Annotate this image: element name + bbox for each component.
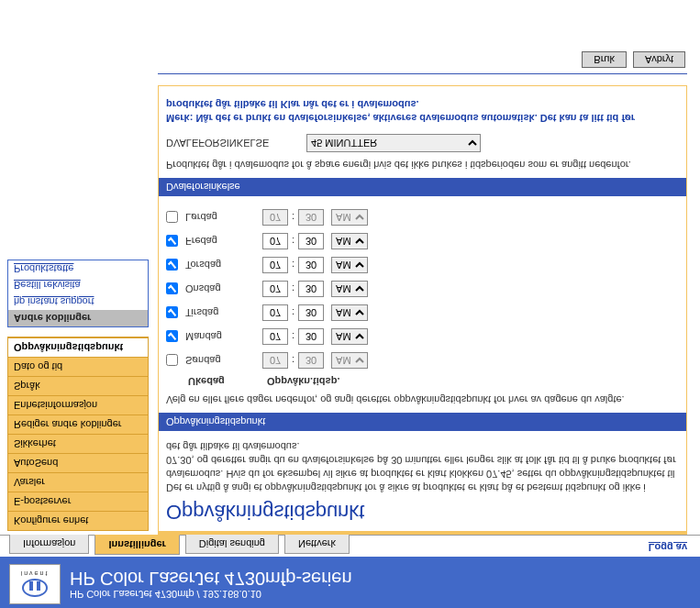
day-label: Tirsdag — [185, 307, 262, 318]
day-checkbox[interactable] — [166, 259, 178, 271]
day-checkbox[interactable] — [166, 235, 178, 247]
wake-ampm-select[interactable]: AM — [331, 304, 368, 321]
nav-email-server[interactable]: E-postserver — [8, 492, 148, 511]
wake-hour-input[interactable] — [262, 281, 288, 297]
link-order-supplies[interactable]: Bestill rekvisita — [8, 277, 148, 293]
divider — [158, 73, 687, 74]
day-label: Søndag — [185, 355, 262, 366]
schedule-table: Ukedag Oppvåkn.tidsp. Søndag:AMMandag:AM… — [166, 207, 679, 387]
day-label: Torsdag — [185, 260, 262, 271]
day-label: Fredag — [185, 236, 262, 247]
wake-ampm-select[interactable]: AM — [331, 209, 368, 226]
wake-minute-input[interactable] — [298, 304, 324, 321]
day-checkbox[interactable] — [166, 306, 178, 318]
page-title: Oppvåkningstidspunkt — [159, 494, 686, 531]
device-title: HP Color LaserJet 4730mfp-serien — [70, 569, 691, 590]
wake-minute-input[interactable] — [298, 281, 324, 297]
tab-network[interactable]: Nettverk — [284, 535, 350, 554]
cancel-button[interactable]: Avbryt — [633, 51, 685, 68]
logoff-link[interactable]: Logg av — [649, 542, 687, 553]
wake-hour-input[interactable] — [262, 209, 288, 226]
nav-date-time[interactable]: Dato og tid — [8, 357, 148, 376]
nav-language[interactable]: Språk — [8, 376, 148, 395]
day-checkbox[interactable] — [166, 354, 178, 366]
hp-logo: invent — [9, 564, 61, 604]
nav-configure-device[interactable]: Konfigurer enhet — [8, 511, 148, 530]
schedule-row: Tirsdag:AM — [166, 303, 679, 323]
day-label: Onsdag — [185, 283, 262, 294]
tab-information[interactable]: Informasjon — [9, 535, 89, 554]
content-area: Oppvåkningstidspunkt Det er nyttig å ang… — [149, 42, 700, 535]
day-checkbox[interactable] — [166, 211, 178, 223]
nav-alerts[interactable]: Varsler — [8, 472, 148, 492]
schedule-row: Søndag:AM — [166, 350, 679, 370]
schedule-row: Torsdag:AM — [166, 255, 679, 275]
wake-minute-input[interactable] — [298, 257, 324, 273]
wake-ampm-select[interactable]: AM — [331, 233, 368, 249]
tab-bar: Informasjon Innstillinger Digital sendin… — [0, 535, 700, 557]
tab-settings[interactable]: Innstillinger — [94, 535, 179, 555]
day-label: Mandag — [185, 331, 262, 342]
day-checkbox[interactable] — [166, 282, 178, 294]
nav-device-info[interactable]: Enhetsinformasjon — [8, 395, 148, 415]
section-wake-time-text: Velg en eller flere dager nedenfor, og a… — [166, 394, 679, 405]
wake-hour-input[interactable] — [262, 352, 288, 369]
nav-security[interactable]: Sikkerhet — [8, 434, 148, 453]
schedule-row: Onsdag:AM — [166, 279, 679, 299]
settings-nav: Konfigurer enhet E-postserver Varsler Au… — [7, 337, 149, 531]
section-sleep-delay-header: Dvaleforsinkelse — [159, 178, 686, 196]
wake-hour-input[interactable] — [262, 233, 288, 249]
section-sleep-delay-text: Produktet går i dvalemodus for å spare e… — [166, 160, 679, 171]
wake-hour-input[interactable] — [262, 257, 288, 273]
schedule-row: Lørdag:AM — [166, 207, 679, 227]
sleep-delay-note: Merk: Når det er brukt en dvaleforsinkel… — [166, 97, 679, 125]
wake-ampm-select[interactable]: AM — [331, 328, 368, 345]
other-links-box: Andre koblinger hp instant support Besti… — [7, 260, 149, 327]
apply-button[interactable]: Bruk — [582, 51, 627, 68]
wake-minute-input[interactable] — [298, 328, 324, 345]
wake-ampm-select[interactable]: AM — [331, 352, 368, 369]
section-wake-time-header: Oppvåkningstidspunkt — [159, 413, 686, 431]
page-intro: Det er nyttig å angi et oppvåkningstidsp… — [159, 431, 686, 494]
sleep-delay-label: DVALEFORSINKELSE — [166, 138, 304, 149]
col-header-weekday: Ukedag — [166, 376, 267, 387]
wake-hour-input[interactable] — [262, 304, 288, 321]
schedule-row: Fredag:AM — [166, 231, 679, 251]
link-instant-support[interactable]: hp instant support — [8, 293, 148, 310]
schedule-row: Mandag:AM — [166, 326, 679, 347]
device-address: HP Color LaserJet 4730mfp / 192.168.0.10 — [70, 590, 691, 601]
wake-ampm-select[interactable]: AM — [331, 257, 368, 273]
nav-autosend[interactable]: AutoSend — [8, 453, 148, 472]
sidebar: Konfigurer enhet E-postserver Varsler Au… — [0, 42, 149, 535]
wake-ampm-select[interactable]: AM — [331, 281, 368, 297]
wake-minute-input[interactable] — [298, 233, 324, 249]
wake-minute-input[interactable] — [298, 352, 324, 369]
nav-wake-time[interactable]: Oppvåkningstidspunkt — [8, 337, 148, 357]
tab-digital-sending[interactable]: Digital sending — [185, 535, 279, 554]
nav-edit-other-links[interactable]: Rediger andre koblinger — [8, 415, 148, 434]
wake-minute-input[interactable] — [298, 209, 324, 226]
col-header-wake-time: Oppvåkn.tidsp. — [267, 376, 339, 387]
other-links-heading: Andre koblinger — [8, 310, 148, 326]
day-label: Lørdag — [185, 212, 262, 223]
wake-hour-input[interactable] — [262, 328, 288, 345]
link-product-support[interactable]: Produktstøtte — [8, 260, 148, 277]
day-checkbox[interactable] — [166, 330, 178, 342]
app-header: invent HP Color LaserJet 4730mfp / 192.1… — [0, 557, 700, 608]
sleep-delay-select[interactable]: 45 MINUTTER — [306, 134, 481, 152]
